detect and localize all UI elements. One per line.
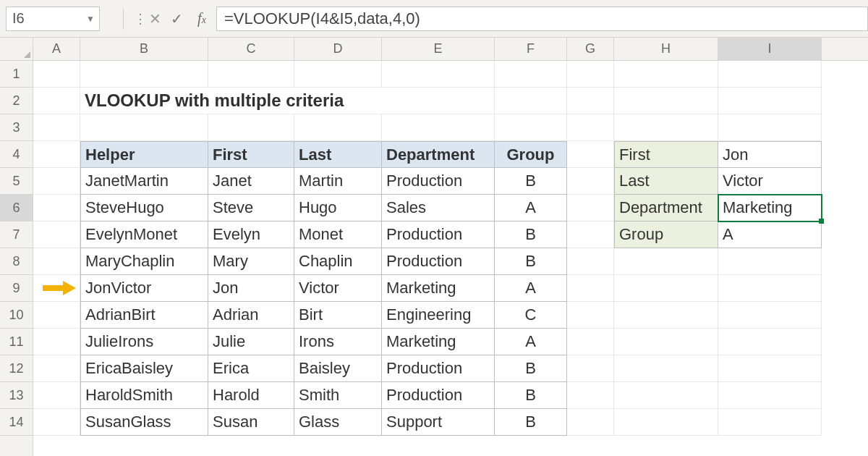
lookup-value-first[interactable]: Jon (718, 141, 822, 168)
cell[interactable] (567, 409, 614, 436)
cell[interactable] (567, 61, 614, 88)
td[interactable]: SteveHugo (80, 195, 208, 221)
td[interactable]: Janet (208, 168, 294, 195)
cell[interactable] (495, 114, 567, 141)
cell[interactable] (33, 221, 80, 248)
cell[interactable] (33, 409, 80, 436)
td[interactable]: Julie (208, 329, 294, 355)
cell[interactable] (567, 114, 614, 141)
td[interactable]: Glass (294, 409, 382, 436)
cell[interactable] (294, 114, 382, 141)
cell[interactable] (33, 248, 80, 275)
td[interactable]: Harold (208, 382, 294, 409)
td[interactable]: Victor (294, 275, 382, 302)
td[interactable]: C (495, 302, 567, 329)
td[interactable]: A (495, 329, 567, 355)
cell[interactable] (33, 141, 80, 168)
td[interactable]: EvelynMonet (80, 221, 208, 248)
td[interactable]: B (495, 409, 567, 436)
td[interactable]: Erica (208, 355, 294, 382)
cell[interactable] (33, 88, 80, 114)
cell[interactable] (495, 88, 567, 114)
cell[interactable] (567, 88, 614, 114)
fx-icon[interactable]: fx (187, 10, 216, 27)
td[interactable]: Engineering (382, 302, 495, 329)
cell[interactable] (33, 355, 80, 382)
td[interactable]: Hugo (294, 195, 382, 221)
cell[interactable] (382, 61, 495, 88)
cell[interactable] (80, 114, 208, 141)
td[interactable]: Jon (208, 275, 294, 302)
td[interactable]: Birt (294, 302, 382, 329)
cell[interactable] (33, 61, 80, 88)
cell[interactable] (567, 275, 614, 302)
td[interactable]: Martin (294, 168, 382, 195)
cell[interactable] (495, 61, 567, 88)
cell[interactable] (33, 195, 80, 221)
confirm-icon[interactable]: ✓ (166, 10, 187, 28)
td[interactable]: Evelyn (208, 221, 294, 248)
td[interactable]: SusanGlass (80, 409, 208, 436)
col-header-C[interactable]: C (208, 38, 294, 60)
cell[interactable] (567, 221, 614, 248)
col-header-A[interactable]: A (33, 38, 80, 60)
td[interactable]: B (495, 221, 567, 248)
col-header-B[interactable]: B (80, 38, 208, 60)
col-header-G[interactable]: G (567, 38, 614, 60)
lookup-value-last[interactable]: Victor (718, 168, 822, 195)
cell[interactable] (614, 302, 718, 329)
cell[interactable] (718, 409, 822, 436)
cell[interactable] (33, 114, 80, 141)
cell[interactable] (567, 302, 614, 329)
col-header-F[interactable]: F (495, 38, 567, 60)
td[interactable]: Marketing (382, 329, 495, 355)
cell[interactable] (208, 114, 294, 141)
cell[interactable] (33, 382, 80, 409)
cell[interactable] (33, 168, 80, 195)
cell[interactable] (208, 61, 294, 88)
row-header-8[interactable]: 8 (0, 248, 33, 275)
cell[interactable] (718, 275, 822, 302)
td[interactable]: JanetMartin (80, 168, 208, 195)
cell[interactable] (718, 248, 822, 275)
td[interactable]: Mary (208, 248, 294, 275)
col-header-D[interactable]: D (294, 38, 382, 60)
cell[interactable] (382, 114, 495, 141)
th-first[interactable]: First (208, 141, 294, 168)
cell[interactable] (614, 382, 718, 409)
row-header-14[interactable]: 14 (0, 409, 33, 436)
td[interactable]: A (495, 195, 567, 221)
td[interactable]: Susan (208, 409, 294, 436)
cell[interactable] (614, 61, 718, 88)
cell[interactable] (567, 141, 614, 168)
lookup-label-dept[interactable]: Department (614, 195, 718, 221)
td[interactable]: Baisley (294, 355, 382, 382)
cell[interactable] (718, 61, 822, 88)
td[interactable]: B (495, 248, 567, 275)
cell[interactable] (567, 329, 614, 355)
row-header-2[interactable]: 2 (0, 88, 33, 114)
th-group[interactable]: Group (495, 141, 567, 168)
td[interactable]: JulieIrons (80, 329, 208, 355)
td[interactable]: Chaplin (294, 248, 382, 275)
cell[interactable] (614, 114, 718, 141)
cell[interactable] (718, 302, 822, 329)
cell[interactable] (80, 61, 208, 88)
cell[interactable] (567, 248, 614, 275)
row-header-12[interactable]: 12 (0, 355, 33, 382)
col-header-E[interactable]: E (382, 38, 495, 60)
row-header-1[interactable]: 1 (0, 61, 33, 88)
td[interactable]: MaryChaplin (80, 248, 208, 275)
row-header-4[interactable]: 4 (0, 141, 33, 168)
lookup-label-first[interactable]: First (614, 141, 718, 168)
page-title[interactable]: VLOOKUP with multiple criteria (80, 88, 495, 114)
col-header-I[interactable]: I (718, 38, 822, 60)
td[interactable]: Monet (294, 221, 382, 248)
row-header-10[interactable]: 10 (0, 302, 33, 329)
expand-formula-icon[interactable]: ⋮ (134, 11, 144, 27)
row-header-7[interactable]: 7 (0, 221, 33, 248)
row-header-9[interactable]: 9 (0, 275, 33, 302)
td[interactable]: Production (382, 382, 495, 409)
active-cell-I6[interactable]: Marketing (718, 195, 822, 221)
th-dept[interactable]: Department (382, 141, 495, 168)
